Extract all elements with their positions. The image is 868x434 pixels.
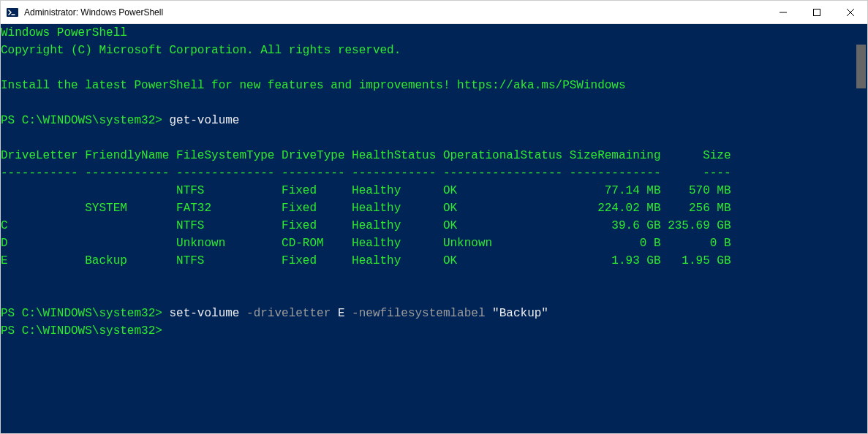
window-controls — [766, 1, 867, 23]
window-title: Administrator: Windows PowerShell — [24, 7, 766, 18]
powershell-icon — [7, 7, 18, 18]
svg-rect-3 — [814, 9, 820, 15]
terminal-output[interactable]: Windows PowerShell Copyright (C) Microso… — [1, 24, 855, 433]
console-area: Windows PowerShell Copyright (C) Microso… — [1, 24, 867, 433]
minimize-button[interactable] — [766, 1, 800, 23]
svg-rect-0 — [7, 8, 18, 17]
scrollbar-thumb[interactable] — [856, 45, 866, 88]
scrollbar[interactable] — [855, 24, 867, 433]
close-button[interactable] — [834, 1, 867, 23]
maximize-button[interactable] — [800, 1, 834, 23]
powershell-window: Administrator: Windows PowerShell Window… — [0, 0, 868, 434]
titlebar[interactable]: Administrator: Windows PowerShell — [1, 1, 867, 24]
